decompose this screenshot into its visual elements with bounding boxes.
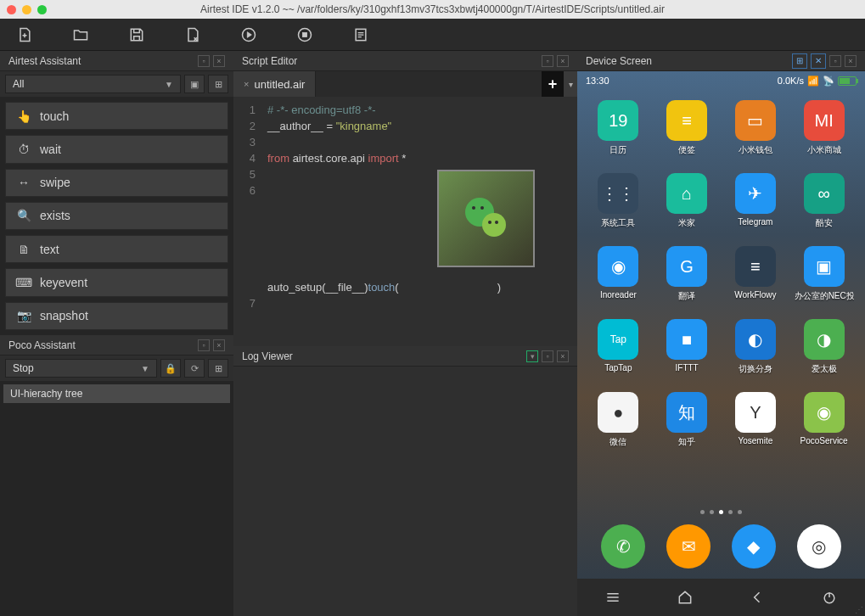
tab-menu-button[interactable]: ▾ xyxy=(564,71,577,97)
app-Inoreader[interactable]: ◉ Inoreader xyxy=(587,246,649,316)
stop-button[interactable] xyxy=(295,25,314,44)
maximize-window-button[interactable] xyxy=(37,5,47,14)
command-text[interactable]: 🗎text xyxy=(5,235,228,263)
editor-tab[interactable]: × untitled.air xyxy=(233,71,316,97)
app-酷安[interactable]: ∞ 酷安 xyxy=(793,173,855,243)
app-icon: 知 xyxy=(666,392,707,433)
panel-float-button[interactable]: ▫ xyxy=(198,55,210,67)
tree-row[interactable]: UI-hierachy tree xyxy=(3,384,230,403)
code-editor[interactable]: 123456 7 # -*- encoding=utf8 -*-__author… xyxy=(233,97,577,346)
poco-refresh-button[interactable]: ⟳ xyxy=(184,359,205,378)
panel-close-button[interactable]: × xyxy=(557,350,569,362)
command-label: snapshot xyxy=(40,309,88,322)
command-swipe[interactable]: ↔swipe xyxy=(5,169,228,197)
app-WorkFlowy[interactable]: ≡ WorkFlowy xyxy=(725,246,787,316)
app-Yosemite[interactable]: Y Yosemite xyxy=(725,392,787,462)
device-panel-header: Device Screen ⊞ ✕ ▫ × xyxy=(577,51,865,71)
poco-panel-header: Poco Assistant ▫ × xyxy=(0,335,233,356)
poco-lock-button[interactable]: 🔒 xyxy=(160,359,181,378)
app-办公室的NEC投影仪[interactable]: ▣ 办公室的NEC投影仪 xyxy=(793,246,855,316)
panel-float-button[interactable]: ▫ xyxy=(542,350,553,362)
report-button[interactable] xyxy=(351,25,370,44)
app-IFTTT[interactable]: ■ IFTTT xyxy=(656,319,718,389)
android-navbar xyxy=(577,579,865,616)
nav-home-button[interactable] xyxy=(668,580,702,614)
app-icon: ∞ xyxy=(804,173,845,214)
page-indicator xyxy=(577,510,865,514)
app-小米钱包[interactable]: ▭ 小米钱包 xyxy=(725,100,787,170)
app-TapTap[interactable]: Tap TapTap xyxy=(587,319,649,389)
poco-mode-dropdown[interactable]: Stop▼ xyxy=(5,359,157,378)
save-button[interactable] xyxy=(127,25,146,44)
close-tab-icon[interactable]: × xyxy=(244,79,249,89)
new-file-button[interactable] xyxy=(15,25,34,44)
dock-app[interactable]: ◆ xyxy=(732,524,776,568)
app-系统工具[interactable]: ⋮⋮ 系统工具 xyxy=(587,173,649,243)
minimize-window-button[interactable] xyxy=(22,5,31,14)
app-icon: ⋮⋮ xyxy=(598,173,638,214)
command-touch[interactable]: 👆touch xyxy=(5,102,228,130)
window-title: Airtest IDE v1.2.0 ~~ /var/folders/ky/31… xyxy=(0,3,865,15)
dock-app[interactable]: ✆ xyxy=(601,524,645,568)
panel-close-button[interactable]: × xyxy=(845,55,857,67)
app-icon: G xyxy=(666,246,707,287)
wechat-icon xyxy=(465,198,508,240)
poco-record-button[interactable]: ⊞ xyxy=(208,359,228,378)
panel-close-button[interactable]: × xyxy=(213,55,225,67)
run-button[interactable] xyxy=(239,25,258,44)
device-mirror[interactable]: 13:30 0.0K/s 📶 📡 19 日历 ≡ 便签 ▭ 小米钱包 MI 小米… xyxy=(577,71,865,616)
device-inspect-button[interactable]: ⊞ xyxy=(792,53,807,69)
new-tab-button[interactable]: + xyxy=(542,71,564,97)
command-exists[interactable]: 🔍exists xyxy=(5,202,228,230)
panel-float-button[interactable]: ▫ xyxy=(829,55,841,67)
svg-rect-2 xyxy=(303,32,307,36)
panel-close-button[interactable]: × xyxy=(557,55,569,67)
panel-close-button[interactable]: × xyxy=(213,339,225,351)
app-icon: ◉ xyxy=(598,246,638,287)
command-wait[interactable]: ⏱wait xyxy=(5,135,228,163)
nav-power-button[interactable] xyxy=(812,580,846,614)
app-翻译[interactable]: G 翻译 xyxy=(656,246,718,316)
command-snapshot[interactable]: 📷snapshot xyxy=(5,302,228,330)
app-label: Yosemite xyxy=(738,436,772,445)
app-PocoService[interactable]: ◉ PocoService xyxy=(793,392,855,462)
keyboard-icon: ⌨ xyxy=(16,275,31,290)
panel-float-button[interactable]: ▫ xyxy=(198,339,210,351)
log-filter-button[interactable]: ▾ xyxy=(526,350,538,362)
command-keyevent[interactable]: ⌨keyevent xyxy=(5,268,228,296)
assistant-record-button[interactable]: ▣ xyxy=(184,75,205,93)
app-微信[interactable]: ● 微信 xyxy=(587,392,649,462)
app-label: 翻译 xyxy=(678,290,695,302)
main-toolbar xyxy=(0,19,865,51)
dock-app[interactable]: ◎ xyxy=(797,524,841,568)
assistant-filter-dropdown[interactable]: All▼ xyxy=(5,75,181,93)
clock-icon: ⏱ xyxy=(16,142,31,157)
dock-app[interactable]: ✉ xyxy=(666,524,711,568)
panel-float-button[interactable]: ▫ xyxy=(542,55,553,67)
app-label: 爱太极 xyxy=(812,363,837,375)
resize-grip[interactable]: ⋰ xyxy=(855,605,863,614)
device-tools-button[interactable]: ✕ xyxy=(811,53,826,69)
command-label: text xyxy=(40,243,59,256)
close-window-button[interactable] xyxy=(7,5,16,14)
app-icon: ≡ xyxy=(666,100,707,141)
assistant-capture-button[interactable]: ⊞ xyxy=(208,75,228,93)
nav-menu-button[interactable] xyxy=(596,580,630,614)
app-切换分身[interactable]: ◐ 切换分身 xyxy=(725,319,787,389)
app-日历[interactable]: 19 日历 xyxy=(587,100,649,170)
save-as-button[interactable] xyxy=(183,25,202,44)
nav-back-button[interactable] xyxy=(740,580,774,614)
log-output[interactable] xyxy=(233,367,577,616)
app-小米商城[interactable]: MI 小米商城 xyxy=(793,100,855,170)
app-爱太极[interactable]: ◑ 爱太极 xyxy=(793,319,855,389)
log-panel-title: Log Viewer xyxy=(242,350,293,362)
app-米家[interactable]: ⌂ 米家 xyxy=(656,173,718,243)
app-便签[interactable]: ≡ 便签 xyxy=(656,100,718,170)
embedded-template-image[interactable] xyxy=(437,170,535,267)
app-icon: ✈ xyxy=(735,173,776,214)
poco-panel-title: Poco Assistant xyxy=(8,339,76,351)
open-folder-button[interactable] xyxy=(71,25,90,44)
app-知乎[interactable]: 知 知乎 xyxy=(656,392,718,462)
log-panel-header: Log Viewer ▾ ▫ × xyxy=(233,346,577,367)
app-Telegram[interactable]: ✈ Telegram xyxy=(725,173,787,243)
